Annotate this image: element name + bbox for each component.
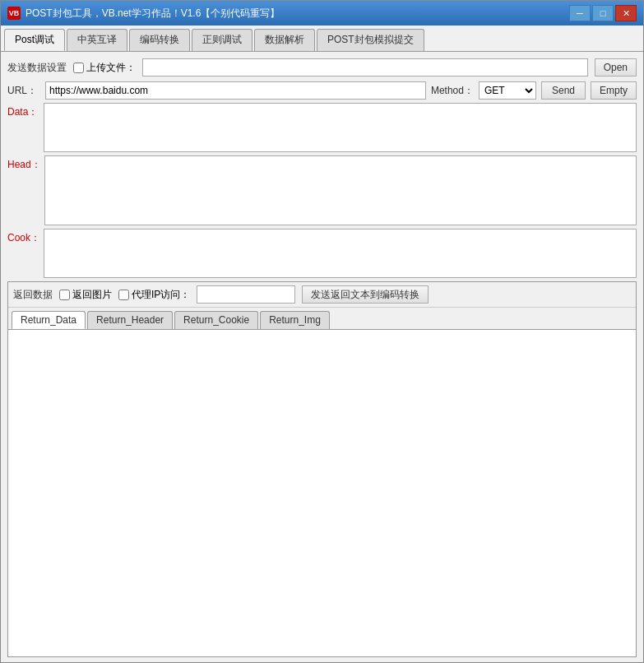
return-img-checkbox-label[interactable]: 返回图片: [59, 288, 112, 302]
titlebar: VB POST封包工具，VB.net学习作品！V1.6【个别代码重写】 ─ □ …: [1, 1, 643, 26]
proxy-ip-checkbox[interactable]: [118, 290, 129, 300]
return-header-row: 返回数据 返回图片 代理IP访问： 发送返回文本到编码转换: [8, 282, 636, 308]
tab-return-img[interactable]: Return_Img: [260, 311, 330, 329]
upload-file-checkbox-label[interactable]: 上传文件：: [73, 61, 136, 75]
open-button[interactable]: Open: [595, 58, 637, 76]
send-settings-label: 发送数据设置: [7, 61, 67, 75]
return-img-checkbox[interactable]: [59, 290, 70, 300]
proxy-ip-label: 代理IP访问：: [132, 288, 190, 302]
maximize-button[interactable]: □: [592, 5, 614, 21]
titlebar-left: VB POST封包工具，VB.net学习作品！V1.6【个别代码重写】: [7, 7, 280, 21]
tab-regex[interactable]: 正则调试: [192, 29, 253, 51]
tab-post[interactable]: Post调试: [4, 29, 65, 51]
cook-textarea[interactable]: [44, 229, 637, 278]
return-content: [8, 330, 636, 656]
proxy-ip-input[interactable]: [197, 285, 295, 304]
tab-simulate[interactable]: POST封包模拟提交: [317, 29, 424, 51]
main-tab-bar: Post调试 中英互译 编码转换 正则调试 数据解析 POST封包模拟提交: [1, 26, 643, 52]
upload-file-label: 上传文件：: [86, 61, 136, 75]
return-img-label: 返回图片: [72, 288, 112, 302]
return-data-textarea[interactable]: [8, 330, 636, 656]
method-label: Method：: [431, 84, 474, 98]
data-label: Data：: [7, 103, 40, 119]
head-textarea[interactable]: [44, 155, 637, 225]
tab-return-data[interactable]: Return_Data: [12, 311, 86, 329]
tab-return-cookie[interactable]: Return_Cookie: [174, 311, 258, 329]
method-select[interactable]: GET POST PUT DELETE HEAD: [479, 81, 536, 100]
window-title: POST封包工具，VB.net学习作品！V1.6【个别代码重写】: [25, 7, 280, 21]
content-area: 发送数据设置 上传文件： Open URL： Method： GET POST …: [1, 52, 643, 662]
cook-label: Cook：: [7, 229, 40, 245]
url-label: URL：: [7, 84, 37, 98]
url-row: URL： Method： GET POST PUT DELETE HEAD Se…: [7, 81, 637, 100]
upload-file-checkbox[interactable]: [73, 63, 84, 73]
app-icon: VB: [7, 7, 21, 20]
upload-file-input[interactable]: [142, 58, 588, 76]
proxy-ip-checkbox-label[interactable]: 代理IP访问：: [118, 288, 190, 302]
head-label: Head：: [7, 155, 41, 172]
send-settings-row: 发送数据设置 上传文件： Open: [7, 57, 637, 78]
empty-button[interactable]: Empty: [591, 81, 637, 100]
tab-translate[interactable]: 中英互译: [67, 29, 127, 51]
minimize-button[interactable]: ─: [569, 5, 591, 21]
return-section: 返回数据 返回图片 代理IP访问： 发送返回文本到编码转换 Return_Dat…: [7, 281, 637, 657]
return-tab-bar: Return_Data Return_Header Return_Cookie …: [8, 308, 636, 330]
cook-section: Cook：: [7, 229, 637, 278]
url-input[interactable]: [45, 81, 426, 100]
head-section: Head：: [7, 155, 637, 225]
return-label: 返回数据: [13, 288, 53, 302]
main-window: VB POST封包工具，VB.net学习作品！V1.6【个别代码重写】 ─ □ …: [0, 0, 644, 663]
titlebar-controls: ─ □ ✕: [569, 5, 637, 21]
tab-return-header[interactable]: Return_Header: [87, 311, 173, 329]
tab-parse[interactable]: 数据解析: [254, 29, 315, 51]
tab-encode[interactable]: 编码转换: [129, 29, 190, 51]
data-textarea[interactable]: [44, 103, 637, 152]
data-section: Data：: [7, 103, 637, 152]
send-button[interactable]: Send: [541, 81, 586, 100]
encode-button[interactable]: 发送返回文本到编码转换: [302, 285, 429, 304]
close-button[interactable]: ✕: [615, 5, 637, 21]
